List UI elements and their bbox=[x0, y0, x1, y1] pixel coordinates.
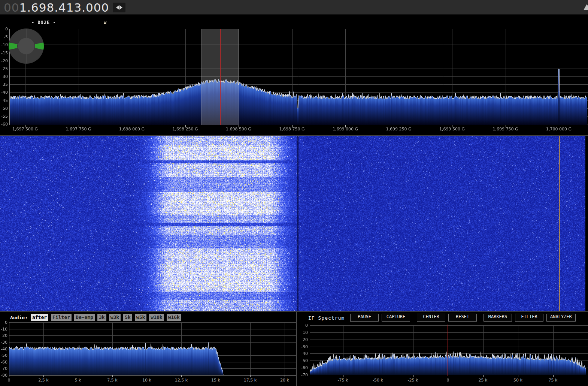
rf-x-tick-label: 1,699 250 G bbox=[386, 127, 411, 132]
rf-y-tick-label: -50 bbox=[0, 106, 8, 111]
if-y-tick-label: -70 bbox=[299, 372, 308, 377]
rf-x-tick-label: 1,698 250 G bbox=[172, 127, 198, 132]
if-spectrum-toolbar: IF Spectrum PAUSECAPTURECENTERRESETMARKE… bbox=[297, 312, 588, 323]
if-x-tick-label: -25 k bbox=[408, 378, 418, 383]
demod-mode-label: - D92E - bbox=[31, 20, 56, 25]
audio-x-tick-label: 2,5 k bbox=[38, 378, 48, 383]
if-button-filter[interactable]: FILTER bbox=[515, 314, 543, 322]
audio-y-tick-label: 0 bbox=[0, 320, 7, 325]
sdr-application-window: 001.698.413.000 - D92E - w Audio: afterF… bbox=[0, 0, 588, 386]
audio-filter-buttons: afterFilterDe-emp3kw3k5kw5kw10kw16k bbox=[31, 314, 181, 321]
audio-toolbar: Audio: afterFilterDe-emp3kw3k5kw5kw10kw1… bbox=[0, 313, 296, 322]
rf-y-tick-label: -10 bbox=[0, 42, 8, 47]
tune-down-icon[interactable] bbox=[116, 5, 119, 10]
audio-button-de-emp[interactable]: De-emp bbox=[74, 314, 95, 321]
if-spectrum-title: IF Spectrum bbox=[308, 315, 345, 321]
audio-y-tick-label: -40 bbox=[0, 346, 7, 351]
rf-y-tick-label: -30 bbox=[0, 74, 8, 79]
audio-x-tick-label: 5 k bbox=[75, 378, 81, 383]
rf-x-tick-label: 1,697 500 G bbox=[12, 127, 38, 132]
audio-button-w3k[interactable]: w3k bbox=[109, 314, 121, 321]
audio-x-tick-label: 15 k bbox=[211, 378, 220, 383]
if-x-tick-label: 50 k bbox=[513, 378, 522, 383]
audio-button-w5k[interactable]: w5k bbox=[135, 314, 146, 321]
rf-y-tick-label: -55 bbox=[0, 114, 8, 118]
rf-x-tick-label: 1,699 000 G bbox=[333, 127, 358, 132]
audio-y-tick-label: -60 bbox=[0, 359, 7, 364]
if-y-tick-label: -10 bbox=[299, 330, 308, 335]
if-spectrum-buttons: PAUSECAPTURECENTERRESETMARKERSFILTERANAL… bbox=[350, 314, 576, 322]
if-y-tick-label: -20 bbox=[299, 337, 308, 342]
corner-indicator-icon bbox=[584, 4, 588, 10]
audio-button-filter[interactable]: Filter bbox=[51, 314, 72, 321]
audio-button-w10k[interactable]: w10k bbox=[149, 314, 164, 321]
if-x-tick-label: 25 k bbox=[479, 378, 488, 383]
rf-x-tick-label: 1,699 500 G bbox=[439, 127, 465, 132]
frequency-display[interactable]: 001.698.413.000 bbox=[4, 0, 109, 15]
if-y-tick-label: 0 bbox=[299, 323, 308, 328]
audio-button-5k[interactable]: 5k bbox=[123, 314, 132, 321]
if-button-pause[interactable]: PAUSE bbox=[350, 314, 379, 322]
if-x-tick-label: 0 bbox=[447, 378, 449, 383]
if-y-tick-label: -40 bbox=[299, 351, 308, 356]
if-x-tick-label: -50 k bbox=[373, 378, 383, 383]
if-button-center[interactable]: CENTER bbox=[417, 314, 445, 322]
audio-x-tick-label: 17,5 k bbox=[244, 378, 257, 383]
rf-y-tick-label: -20 bbox=[0, 58, 8, 63]
waterfall-display[interactable] bbox=[0, 136, 588, 311]
marker-w-label: w bbox=[104, 20, 106, 25]
audio-y-tick-label: -10 bbox=[0, 326, 7, 331]
waterfall-separator bbox=[0, 135, 588, 136]
rf-x-tick-label: 1,699 750 G bbox=[492, 127, 518, 132]
audio-x-tick-label: 20 k bbox=[280, 378, 289, 383]
header-bar: 001.698.413.000 bbox=[0, 0, 588, 15]
tuning-frequency-line[interactable] bbox=[220, 29, 221, 125]
tuning-knob[interactable] bbox=[8, 28, 44, 64]
rf-x-tick-label: 1,697 750 G bbox=[66, 127, 91, 132]
audio-x-tick-label: 7,5 k bbox=[107, 378, 117, 383]
audio-button-after[interactable]: after bbox=[31, 314, 48, 321]
rf-x-tick-label: 1,698 750 G bbox=[279, 127, 304, 132]
tune-step-buttons[interactable] bbox=[113, 3, 125, 12]
audio-y-tick-label: -30 bbox=[0, 340, 7, 344]
frequency-leading-zeros: 00 bbox=[4, 1, 19, 14]
if-x-tick-label: -75 k bbox=[338, 378, 348, 383]
if-button-markers[interactable]: MARKERS bbox=[484, 314, 512, 322]
if-y-tick-label: -50 bbox=[299, 358, 308, 363]
audio-y-tick-label: -70 bbox=[0, 366, 7, 371]
if-button-capture[interactable]: CAPTURE bbox=[382, 314, 410, 322]
audio-y-tick-label: -80 bbox=[0, 373, 7, 378]
rf-x-tick-label: 1,700 000 G bbox=[546, 127, 572, 132]
rf-y-tick-label: -40 bbox=[0, 90, 8, 95]
if-x-tick-label: 75 k bbox=[549, 378, 558, 383]
audio-spectrum-plot[interactable] bbox=[0, 322, 296, 377]
audio-y-tick-label: -20 bbox=[0, 333, 7, 338]
rf-y-tick-label: -60 bbox=[0, 122, 8, 127]
audio-y-tick-label: -50 bbox=[0, 353, 7, 358]
audio-x-tick-label: 12,5 k bbox=[175, 378, 188, 383]
rf-spectrum-plot[interactable] bbox=[0, 16, 588, 136]
rf-y-tick-label: 0 bbox=[0, 27, 8, 31]
rf-y-tick-label: -45 bbox=[0, 98, 8, 103]
frequency-value: 1.698.413.000 bbox=[19, 1, 109, 14]
tune-up-icon[interactable] bbox=[119, 5, 122, 10]
audio-x-tick-label: 10 k bbox=[142, 378, 151, 383]
audio-label: Audio: bbox=[10, 315, 28, 320]
audio-button-3k[interactable]: 3k bbox=[97, 314, 106, 321]
audio-button-w16k[interactable]: w16k bbox=[167, 314, 181, 321]
rf-x-tick-label: 1,698 000 G bbox=[119, 127, 145, 132]
rf-y-tick-label: -15 bbox=[0, 50, 8, 55]
if-spectrum-plot[interactable] bbox=[297, 322, 588, 377]
rf-x-tick-label: 1,698 500 G bbox=[226, 127, 251, 132]
rf-y-tick-label: -35 bbox=[0, 82, 8, 87]
if-button-reset[interactable]: RESET bbox=[448, 314, 477, 322]
audio-x-tick-label: 0 bbox=[8, 378, 10, 383]
rf-y-tick-label: -25 bbox=[0, 66, 8, 71]
rf-y-tick-label: -5 bbox=[0, 34, 8, 39]
if-button-analyzer[interactable]: ANALYZER bbox=[546, 314, 576, 322]
if-y-tick-label: -30 bbox=[299, 344, 308, 349]
if-y-tick-label: -60 bbox=[299, 365, 308, 370]
if-center-frequency-line bbox=[448, 325, 448, 376]
